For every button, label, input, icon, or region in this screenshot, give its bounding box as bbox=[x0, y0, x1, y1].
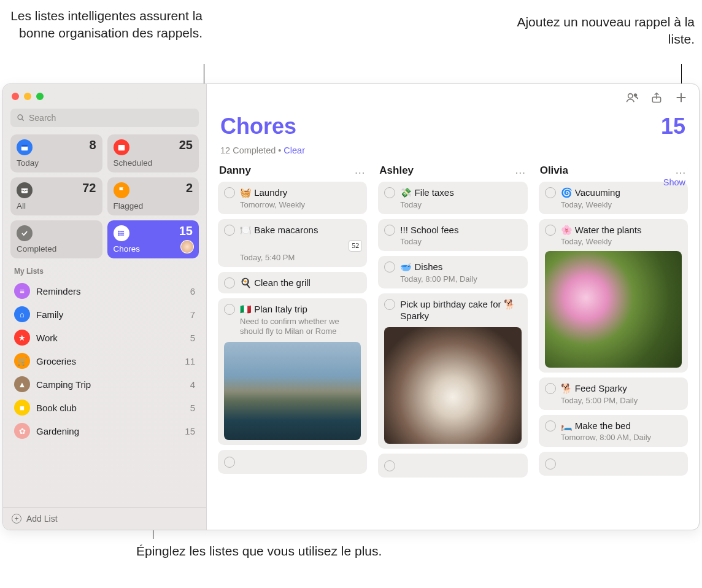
reminder-card[interactable]: 🥣 DishesToday, 8:00 PM, Daily bbox=[378, 256, 527, 288]
reminder-card[interactable]: 🛏️ Make the bedTomorrow, 8:00 AM, Daily bbox=[539, 415, 688, 447]
reminder-card[interactable]: 💸 File taxesToday bbox=[378, 182, 527, 214]
clear-completed-button[interactable]: Clear bbox=[284, 145, 305, 155]
smart-count: 15 bbox=[179, 224, 193, 238]
new-reminder-placeholder[interactable] bbox=[539, 452, 688, 476]
search-icon bbox=[17, 114, 25, 122]
list-count: 11 bbox=[185, 356, 195, 366]
reminder-title: 💸 File taxes bbox=[400, 187, 453, 199]
maximize-window-button[interactable] bbox=[36, 93, 44, 100]
search-placeholder: Search bbox=[29, 113, 56, 123]
complete-checkbox[interactable] bbox=[545, 420, 556, 431]
reminder-card[interactable]: !!! School feesToday bbox=[378, 219, 527, 252]
smart-count: 25 bbox=[179, 138, 193, 152]
close-window-button[interactable] bbox=[12, 93, 19, 100]
shared-avatar-icon bbox=[180, 240, 194, 253]
svg-rect-6 bbox=[121, 147, 122, 148]
list-icon: ⌂ bbox=[14, 306, 30, 322]
complete-checkbox[interactable] bbox=[384, 460, 395, 471]
complete-checkbox[interactable] bbox=[224, 225, 235, 236]
smart-count: 2 bbox=[186, 181, 193, 195]
reminder-note: Need to confirm whether we should fly to… bbox=[240, 317, 361, 338]
list-count: 5 bbox=[190, 403, 195, 413]
list-icon bbox=[114, 225, 129, 241]
column-menu-button[interactable]: … bbox=[675, 164, 687, 177]
smart-completed[interactable]: Completed bbox=[10, 220, 102, 258]
reminder-card[interactable]: 🇮🇹 Plan Italy tripNeed to confirm whethe… bbox=[218, 298, 367, 445]
list-row-work[interactable]: ★ Work 5 bbox=[3, 326, 206, 349]
list-count: 7 bbox=[190, 309, 195, 320]
complete-checkbox[interactable] bbox=[384, 299, 395, 310]
list-row-family[interactable]: ⌂ Family 7 bbox=[3, 303, 206, 326]
column-items: 💸 File taxesToday !!! School feesToday 🥣… bbox=[378, 182, 527, 478]
column-danny: Danny … 🧺 LaundryTomorrow, Weekly 🍽️ Bak… bbox=[218, 160, 367, 522]
reminder-title: 🌸 Water the plants bbox=[561, 224, 642, 236]
smart-label: Completed bbox=[17, 244, 96, 253]
callout-add: Ajoutez un nouveau rappel à la liste. bbox=[511, 14, 695, 48]
reminder-card[interactable]: 🍽️ Bake macarons52Today, 5:40 PM bbox=[218, 219, 367, 267]
reminder-meta: Today bbox=[400, 237, 521, 246]
list-name: Camping Trip bbox=[36, 379, 91, 390]
add-list-button[interactable]: + Add List bbox=[3, 507, 206, 530]
collaborate-icon[interactable] bbox=[625, 91, 639, 104]
smart-scheduled[interactable]: 25 Scheduled bbox=[107, 134, 199, 172]
complete-checkbox[interactable] bbox=[224, 277, 235, 288]
list-row-camping-trip[interactable]: ▲ Camping Trip 4 bbox=[3, 373, 206, 396]
reminder-card[interactable]: 🍳 Clean the grill bbox=[218, 272, 367, 294]
complete-checkbox[interactable] bbox=[545, 225, 556, 236]
complete-checkbox[interactable] bbox=[224, 304, 235, 315]
smart-all[interactable]: 72 All bbox=[10, 177, 102, 215]
new-reminder-placeholder[interactable] bbox=[218, 450, 367, 474]
list-icon: ▲ bbox=[14, 376, 30, 392]
column-name: Olivia bbox=[540, 164, 568, 177]
svg-point-11 bbox=[118, 231, 119, 232]
reminder-card[interactable]: Pick up birthday cake for 🐕 Sparky bbox=[378, 293, 527, 449]
column-menu-button[interactable]: … bbox=[515, 164, 526, 177]
svg-point-14 bbox=[628, 94, 633, 98]
smart-count: 72 bbox=[82, 181, 96, 195]
complete-checkbox[interactable] bbox=[384, 261, 395, 273]
column-olivia: Olivia … 🌀 VacuumingToday, Weekly 🌸 Wate… bbox=[539, 160, 688, 522]
list-icon: ≡ bbox=[14, 283, 30, 299]
list-row-reminders[interactable]: ≡ Reminders 6 bbox=[3, 279, 206, 303]
new-reminder-placeholder[interactable] bbox=[378, 454, 527, 478]
reminder-title: 🐕 Feed Sparky bbox=[561, 382, 627, 395]
reminder-meta: Today, Weekly bbox=[561, 200, 682, 209]
complete-checkbox[interactable] bbox=[384, 225, 395, 236]
minimize-window-button[interactable] bbox=[24, 93, 31, 100]
complete-checkbox[interactable] bbox=[545, 383, 556, 394]
completed-count: 12 Completed bbox=[220, 145, 276, 155]
reminder-title: 🌀 Vacuuming bbox=[561, 187, 620, 199]
list-count: 6 bbox=[190, 286, 195, 296]
reminder-title: 🇮🇹 Plan Italy trip bbox=[240, 303, 307, 315]
reminder-card[interactable]: 🌸 Water the plantsToday, Weekly bbox=[539, 219, 688, 373]
complete-checkbox[interactable] bbox=[545, 458, 556, 470]
list-count: 15 bbox=[661, 114, 685, 139]
search-input[interactable]: Search bbox=[10, 109, 199, 127]
smart-label: Today bbox=[17, 158, 96, 168]
complete-checkbox[interactable] bbox=[384, 187, 395, 198]
column-header: Danny … bbox=[218, 160, 367, 182]
share-icon[interactable] bbox=[650, 91, 663, 104]
reminder-card[interactable]: 🐕 Feed SparkyToday, 5:00 PM, Daily bbox=[539, 377, 688, 410]
smart-count: 8 bbox=[89, 138, 96, 152]
list-name: Book club bbox=[36, 403, 77, 413]
plus-circle-icon: + bbox=[12, 514, 21, 524]
show-completed-button[interactable]: Show bbox=[663, 177, 685, 187]
reminder-card[interactable]: 🧺 LaundryTomorrow, Weekly bbox=[218, 182, 367, 214]
add-list-label: Add List bbox=[26, 514, 58, 524]
complete-checkbox[interactable] bbox=[545, 187, 556, 198]
smart-today[interactable]: 8 Today bbox=[10, 134, 102, 172]
complete-checkbox[interactable] bbox=[224, 457, 235, 468]
smart-flagged[interactable]: 2 Flagged bbox=[107, 177, 199, 215]
column-menu-button[interactable]: … bbox=[354, 164, 366, 177]
columns: Danny … 🧺 LaundryTomorrow, Weekly 🍽️ Bak… bbox=[207, 160, 699, 530]
reminder-meta: Today, 5:40 PM bbox=[240, 253, 361, 262]
list-row-gardening[interactable]: ✿ Gardening 15 bbox=[3, 419, 206, 443]
list-row-book-club[interactable]: ■ Book club 5 bbox=[3, 396, 206, 419]
list-row-groceries[interactable]: 🛒 Groceries 11 bbox=[3, 349, 206, 373]
add-reminder-button[interactable] bbox=[674, 91, 688, 104]
complete-checkbox[interactable] bbox=[224, 187, 235, 198]
calendar-icon bbox=[114, 139, 129, 155]
smart-chores[interactable]: 15 Chores bbox=[107, 220, 199, 258]
list-name: Work bbox=[36, 333, 58, 343]
